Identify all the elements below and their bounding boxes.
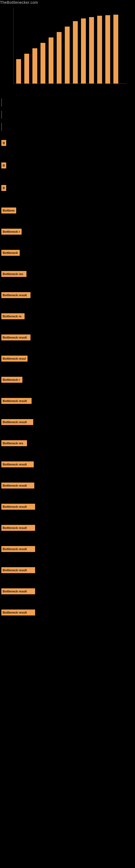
result-row-2354: Bottleneck result <box>1 291 134 299</box>
result-row: B <box>1 139 134 147</box>
input-row-2 <box>1 111 134 119</box>
svg-rect-8 <box>65 27 70 84</box>
svg-rect-14 <box>114 14 118 84</box>
result-row-extra-5: Bottleneck result <box>1 588 134 595</box>
result-row-2705: Bottleneck r <box>1 376 134 383</box>
bars-section: B B B Bottlene Bottleneck r Bo <box>1 139 134 616</box>
result-row-2440: Bottleneck re <box>1 312 134 320</box>
result-bar-extra-1: Bottleneck result <box>1 504 35 510</box>
result-row: B <box>1 162 134 169</box>
result-bar-med-4: Bottleneck res <box>1 271 27 277</box>
result-bar-med-1: Bottlene <box>1 208 16 214</box>
result-bar-med-2: Bottleneck r <box>1 229 21 235</box>
svg-rect-10 <box>81 19 86 84</box>
svg-rect-11 <box>89 17 94 84</box>
result-row-extra-4: Bottleneck result <box>1 566 134 574</box>
svg-rect-3 <box>24 54 29 84</box>
input-row-3 <box>1 123 134 131</box>
result-bar-extra-5: Bottleneck result <box>1 588 35 594</box>
result-row: Bottleneck r <box>1 228 134 236</box>
result-bar-med-3: Bottleneck <box>1 250 20 256</box>
result-row-extra-6: Bottleneck result <box>1 609 134 616</box>
result-bar-2880: Bottleneck result <box>1 419 33 425</box>
result-bar-extra-6: Bottleneck result <box>1 610 35 616</box>
result-bar-small-1: B <box>1 140 6 146</box>
result-row-3148: Bottleneck result <box>1 482 134 489</box>
svg-rect-12 <box>97 16 102 84</box>
result-row: Bottlene <box>1 207 134 214</box>
svg-rect-13 <box>105 15 110 84</box>
result-row: B <box>1 184 134 192</box>
result-row-extra-3: Bottleneck result <box>1 545 134 553</box>
svg-rect-9 <box>73 21 78 84</box>
result-bar-3148: Bottleneck result <box>1 483 34 489</box>
svg-rect-2 <box>16 59 21 84</box>
result-bar-2531: Bottleneck result <box>1 335 31 340</box>
result-bar-extra-4: Bottleneck result <box>1 567 35 573</box>
result-row: Bottleneck <box>1 249 134 257</box>
result-bar-2440: Bottleneck re <box>1 313 25 319</box>
result-row: Bottleneck res <box>1 270 134 278</box>
result-row-2531: Bottleneck result <box>1 334 134 341</box>
svg-rect-7 <box>57 32 61 84</box>
svg-rect-6 <box>49 37 53 84</box>
result-bar-2705: Bottleneck r <box>1 377 22 383</box>
result-row-3059: Bottleneck result <box>1 461 134 468</box>
result-bar-2795: Bottleneck result <box>1 398 32 404</box>
chart-svg <box>0 5 135 92</box>
svg-rect-5 <box>41 43 45 84</box>
site-title: TheBottlenecker.com <box>0 0 38 5</box>
form-section: B B B Bottlene Bottleneck r Bo <box>0 92 135 632</box>
result-row-extra-2: Bottleneck result <box>1 524 134 532</box>
svg-rect-4 <box>32 48 37 84</box>
result-row-extra-1: Bottleneck result <box>1 503 134 510</box>
result-row-2795: Bottleneck result <box>1 397 134 405</box>
result-row-2618: Bottleneck resul <box>1 355 134 362</box>
result-bar-small-2: B <box>1 162 6 168</box>
result-bar-2618: Bottleneck resul <box>1 355 28 362</box>
result-bar-extra-2: Bottleneck result <box>1 525 35 531</box>
result-bar-2354: Bottleneck result <box>1 292 31 298</box>
result-row-2972: Bottleneck res <box>1 439 134 447</box>
result-bar-extra-3: Bottleneck result <box>1 546 35 552</box>
input-row-1 <box>1 98 134 106</box>
result-bar-2972: Bottleneck res <box>1 440 27 446</box>
result-row-2880: Bottleneck result <box>1 418 134 426</box>
result-bar-small-3: B <box>1 185 6 191</box>
chart-area <box>0 5 135 92</box>
site-title-bar: TheBottlenecker.com <box>0 0 135 5</box>
result-bar-3059: Bottleneck result <box>1 461 34 467</box>
